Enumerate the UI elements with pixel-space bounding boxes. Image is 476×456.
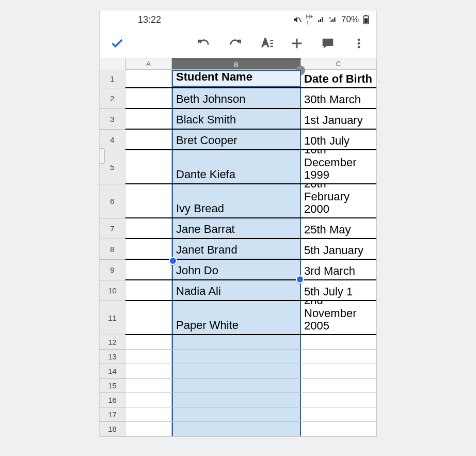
more-menu-button[interactable] bbox=[351, 35, 367, 52]
row-header[interactable]: 9 bbox=[100, 260, 125, 280]
text-format-button[interactable] bbox=[258, 35, 274, 52]
column-header-C[interactable]: C bbox=[301, 58, 376, 70]
insert-button[interactable] bbox=[289, 35, 305, 52]
cell-A11[interactable] bbox=[125, 301, 172, 334]
signal-bars-icon bbox=[318, 16, 325, 23]
cell-C4[interactable]: 10th July bbox=[301, 130, 376, 149]
table-row: Jane Barrat25th May bbox=[125, 218, 376, 239]
cell-B11[interactable]: Paper White bbox=[172, 301, 301, 334]
cell-A16[interactable] bbox=[125, 393, 172, 407]
cell-C7[interactable]: 25th May bbox=[301, 218, 376, 238]
network-hplus-icon: H+↑↓ bbox=[306, 14, 313, 25]
cell-B12[interactable] bbox=[172, 335, 301, 349]
cell-C2[interactable]: 30th March bbox=[301, 88, 376, 108]
cell-C17[interactable] bbox=[301, 407, 376, 421]
row-header[interactable]: 15 bbox=[100, 379, 125, 393]
cell-B10[interactable]: Nadia Ali bbox=[172, 280, 301, 300]
cell-C14[interactable] bbox=[301, 364, 376, 378]
cell-A15[interactable] bbox=[125, 379, 172, 392]
cell-A6[interactable] bbox=[125, 184, 172, 217]
cell-B3[interactable]: Black Smith bbox=[172, 109, 301, 129]
cell-A12[interactable] bbox=[125, 335, 172, 349]
row-header[interactable]: 14 bbox=[100, 364, 125, 379]
svg-line-0 bbox=[298, 18, 301, 22]
spreadsheet-grid[interactable]: A B C 123456789101112131415161718 Studen… bbox=[100, 58, 376, 436]
cell-C18[interactable] bbox=[301, 422, 376, 436]
svg-point-11 bbox=[358, 42, 360, 44]
row-header[interactable]: 12 bbox=[100, 335, 125, 350]
accept-button[interactable] bbox=[109, 35, 125, 52]
cell-B9[interactable]: John Do bbox=[172, 260, 301, 279]
row-header[interactable]: 16 bbox=[100, 393, 125, 407]
cell-A1[interactable] bbox=[125, 70, 172, 87]
row-header[interactable]: 11 bbox=[100, 301, 125, 335]
redo-button[interactable] bbox=[227, 35, 243, 52]
cell-A9[interactable] bbox=[125, 260, 172, 279]
comment-button[interactable] bbox=[320, 35, 336, 52]
cell-C5[interactable]: 10th December 1999 bbox=[301, 150, 376, 183]
row-header[interactable]: 10 bbox=[100, 280, 125, 301]
svg-rect-4 bbox=[364, 18, 368, 23]
cell-B18[interactable] bbox=[172, 422, 301, 436]
table-row: Janet Brand5th January bbox=[125, 239, 376, 260]
cell-C11[interactable]: 2nd November 2005 bbox=[301, 301, 376, 334]
cell-B5[interactable]: Dante Kiefa bbox=[172, 150, 301, 183]
cell-B1[interactable]: Student Name bbox=[172, 70, 301, 87]
row-header[interactable]: 2 bbox=[100, 88, 125, 109]
cell-C9[interactable]: 3rd March bbox=[301, 260, 376, 279]
cell-B8[interactable]: Janet Brand bbox=[172, 239, 301, 259]
cell-B4[interactable]: Bret Cooper bbox=[172, 130, 301, 149]
cell-C16[interactable] bbox=[301, 393, 376, 407]
cell-B7[interactable]: Jane Barrat bbox=[172, 218, 301, 238]
cell-A13[interactable] bbox=[125, 350, 172, 364]
row-header[interactable]: 1 bbox=[100, 70, 125, 88]
column-header-A[interactable]: A bbox=[125, 58, 172, 70]
row-headers: 123456789101112131415161718 bbox=[100, 70, 125, 436]
column-header-B-label: B bbox=[234, 61, 239, 69]
row-header[interactable]: 4 bbox=[100, 130, 125, 150]
cell-B16[interactable] bbox=[172, 393, 301, 407]
row-header[interactable]: 13 bbox=[100, 350, 125, 364]
cell-A3[interactable] bbox=[125, 109, 172, 129]
cell-A7[interactable] bbox=[125, 218, 172, 238]
cell-A18[interactable] bbox=[125, 422, 172, 436]
cell-B6[interactable]: Ivy Bread bbox=[172, 184, 301, 217]
table-row: Dante Kiefa10th December 1999 bbox=[125, 150, 376, 184]
cell-A10[interactable] bbox=[125, 280, 172, 300]
column-headers: A B C bbox=[125, 58, 376, 70]
cell-B14[interactable] bbox=[172, 364, 301, 378]
battery-icon bbox=[363, 15, 369, 24]
cell-B2[interactable]: Beth Johnson bbox=[172, 88, 301, 108]
row-drag-tab[interactable] bbox=[100, 148, 105, 164]
undo-button[interactable] bbox=[196, 35, 212, 52]
table-row: Bret Cooper10th July bbox=[125, 130, 376, 150]
cell-C6[interactable]: 20th February 2000 bbox=[301, 184, 376, 217]
row-header[interactable]: 8 bbox=[100, 239, 125, 260]
table-row bbox=[125, 422, 376, 436]
cell-C10[interactable]: 5th July 1 bbox=[301, 280, 376, 300]
cell-C1[interactable]: Date of Birth bbox=[301, 70, 376, 87]
row-header[interactable]: 18 bbox=[100, 422, 125, 436]
cell-A17[interactable] bbox=[125, 407, 172, 421]
cell-A2[interactable] bbox=[125, 88, 172, 108]
cell-B17[interactable] bbox=[172, 407, 301, 421]
cell-A8[interactable] bbox=[125, 239, 172, 259]
row-header[interactable]: 6 bbox=[100, 184, 125, 218]
cell-C12[interactable] bbox=[301, 335, 376, 349]
row-header[interactable]: 7 bbox=[100, 218, 125, 239]
cell-B15[interactable] bbox=[172, 379, 301, 392]
row-header[interactable]: 17 bbox=[100, 407, 125, 422]
cell-A14[interactable] bbox=[125, 364, 172, 378]
cell-A4[interactable] bbox=[125, 130, 172, 149]
cell-C13[interactable] bbox=[301, 350, 376, 364]
cell-C3[interactable]: 1st January bbox=[301, 109, 376, 129]
table-row: Black Smith1st January bbox=[125, 109, 376, 130]
row-header[interactable]: 3 bbox=[100, 109, 125, 130]
cell-C8[interactable]: 5th January bbox=[301, 239, 376, 259]
select-all-corner[interactable] bbox=[100, 58, 126, 70]
table-row bbox=[125, 393, 376, 407]
cell-B13[interactable] bbox=[172, 350, 301, 364]
column-header-B[interactable]: B bbox=[172, 58, 301, 70]
cell-A5[interactable] bbox=[125, 150, 172, 183]
cell-C15[interactable] bbox=[301, 379, 376, 392]
